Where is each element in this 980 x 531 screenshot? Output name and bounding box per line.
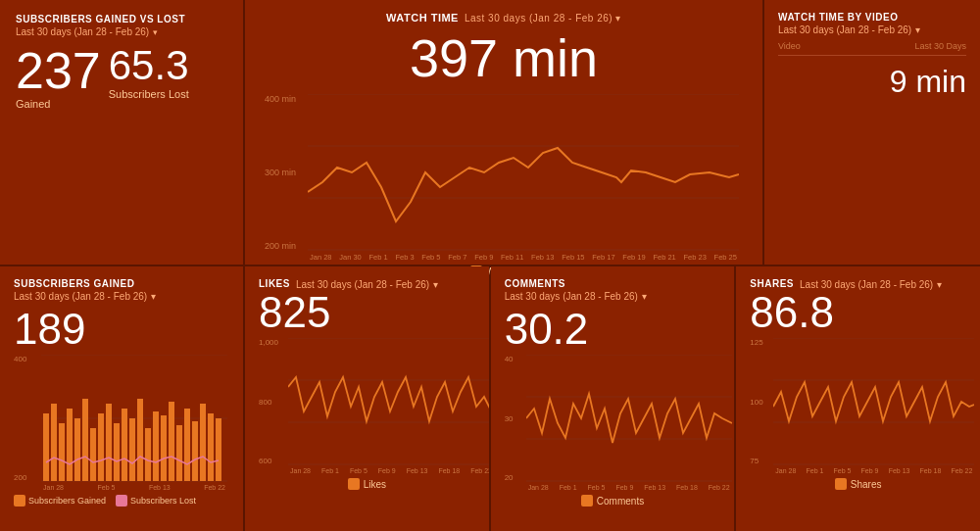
svg-rect-13	[90, 428, 96, 481]
comments-value: 30.2	[505, 308, 721, 351]
lost-value: 65.3	[109, 45, 189, 86]
subscribers-gained-title: SUBSCRIBERS GAINED	[14, 278, 229, 289]
svg-rect-10	[67, 409, 73, 481]
subscribers-vs-lost-title: SUBSCRIBERS GAINED VS LOST	[16, 14, 227, 24]
subs-y-axis: 400 200	[14, 355, 26, 482]
subs-gained-legend-icon	[14, 495, 25, 507]
comments-x-axis: Jan 28 Feb 1 Feb 5 Feb 9 Feb 13 Feb 18 F…	[526, 484, 732, 491]
likes-y-axis: 1,000 800 600	[259, 338, 278, 465]
shares-legend-icon	[835, 478, 847, 490]
svg-rect-29	[216, 418, 221, 481]
svg-rect-20	[145, 428, 151, 481]
watch-time-header: WATCH TIME Last 30 days (Jan 28 - Feb 26…	[265, 12, 743, 24]
shares-panel: SHARES Last 30 days (Jan 28 - Feb 26) ▾ …	[736, 266, 980, 531]
subs-legend: Subscribers Gained Subscribers Lost	[14, 495, 229, 507]
likes-legend: Likes	[259, 478, 475, 490]
svg-rect-24	[176, 425, 182, 481]
likes-chart: Jan 28 Feb 1 Feb 5 Feb 9 Feb 13 Feb 18 F…	[288, 338, 475, 474]
y-label-300: 300 min	[265, 168, 296, 177]
svg-rect-18	[129, 418, 135, 481]
svg-rect-25	[184, 409, 190, 481]
video-table: Video Last 30 Days	[778, 41, 966, 56]
svg-rect-7	[43, 413, 49, 481]
svg-rect-15	[106, 404, 112, 481]
bottom-panels: SUBSCRIBERS GAINED Last 30 days (Jan 28 …	[0, 266, 980, 531]
svg-rect-26	[192, 421, 198, 481]
dashboard: SUBSCRIBERS GAINED VS LOST Last 30 days …	[0, 0, 980, 531]
subs-lost-legend: Subscribers Lost	[116, 495, 196, 507]
svg-rect-19	[137, 399, 143, 481]
comments-panel: COMMENTS Last 30 days (Jan 28 - Feb 26) …	[491, 266, 735, 531]
comments-title: COMMENTS	[505, 278, 721, 289]
watch-by-video-title: WATCH TIME BY VIDEO	[778, 12, 966, 23]
comments-legend: Comments	[505, 495, 721, 507]
likes-legend-icon	[348, 478, 360, 490]
watch-time-value: 397 min	[265, 27, 743, 88]
subscribers-vs-lost-panel: SUBSCRIBERS GAINED VS LOST Last 30 days …	[0, 0, 243, 265]
subscribers-numbers: 237 Gained 65.3 Subscribers Lost	[16, 45, 227, 110]
shares-chart: Jan 28 Feb 1 Feb 5 Feb 9 Feb 13 Feb 18 F…	[773, 338, 966, 474]
svg-rect-16	[114, 423, 120, 481]
video-col-label: Video	[778, 41, 801, 51]
watch-by-video-panel: WATCH TIME BY VIDEO Last 30 days (Jan 28…	[764, 0, 980, 265]
subscribers-gained-value: 189	[14, 308, 229, 351]
shares-legend: Shares	[750, 478, 966, 490]
watch-by-video-date[interactable]: Last 30 days (Jan 28 - Feb 26) ▾	[778, 24, 966, 35]
subscribers-gained-chart-container: 400 200	[14, 355, 229, 491]
watch-time-panel: WATCH TIME Last 30 days (Jan 28 - Feb 26…	[245, 0, 762, 265]
likes-legend-label: Likes	[364, 479, 386, 490]
likes-x-axis: Jan 28 Feb 1 Feb 5 Feb 9 Feb 13 Feb 18 F…	[288, 467, 489, 474]
likes-chart-container: 1,000 800 600 Jan 28 Feb 1 F	[259, 338, 475, 474]
shares-x-axis: Jan 28 Feb 1 Feb 5 Feb 9 Feb 13 Feb 18 F…	[773, 467, 974, 474]
subs-chart: Jan 28 Feb 5 Feb 13 Feb 22	[41, 355, 229, 491]
subs-gained-legend: Subscribers Gained	[14, 495, 106, 507]
comments-legend-icon	[581, 495, 593, 507]
chevron-down-icon: ▾	[153, 27, 158, 37]
watch-time-chart-container: 400 min 300 min 200 min Jan 28 Jan 30	[265, 94, 743, 262]
subs-lost-legend-label: Subscribers Lost	[130, 496, 196, 506]
watch-time-title: WATCH TIME	[386, 12, 459, 24]
svg-rect-12	[82, 399, 88, 481]
lost-item: 65.3 Subscribers Lost	[109, 45, 189, 100]
gained-item: 237 Gained	[16, 45, 101, 110]
shares-chart-container: 125 100 75 Jan 28 Feb 1 Feb	[750, 338, 966, 474]
y-label-400: 400 min	[265, 94, 296, 104]
svg-rect-27	[200, 404, 206, 481]
svg-rect-22	[161, 415, 167, 481]
gained-label: Gained	[16, 98, 101, 110]
lost-label: Subscribers Lost	[109, 88, 189, 100]
comments-date[interactable]: Last 30 days (Jan 28 - Feb 26) ▾	[505, 291, 721, 302]
shares-legend-label: Shares	[851, 479, 882, 490]
subscribers-gained-date[interactable]: Last 30 days (Jan 28 - Feb 26) ▾	[14, 291, 229, 302]
subs-gained-legend-label: Subscribers Gained	[28, 496, 106, 506]
watch-by-video-value: 9 min	[778, 64, 966, 100]
days-col-label: Last 30 Days	[914, 41, 966, 51]
svg-rect-14	[98, 413, 104, 481]
y-axis: 400 min 300 min 200 min	[265, 94, 296, 251]
video-table-header: Video Last 30 Days	[778, 41, 966, 56]
svg-rect-21	[153, 411, 159, 481]
comments-chart-container: 40 30 20 Jan 28 Feb 1 Feb 5	[505, 355, 721, 491]
y-label-200: 200 min	[265, 241, 296, 251]
svg-rect-8	[51, 404, 57, 481]
gained-value: 237	[16, 45, 101, 96]
shares-value: 86.8	[750, 291, 966, 334]
likes-value: 825	[259, 291, 475, 334]
svg-rect-17	[122, 409, 127, 481]
comments-chart: Jan 28 Feb 1 Feb 5 Feb 9 Feb 13 Feb 18 F…	[526, 355, 721, 491]
watch-time-x-axis: Jan 28 Jan 30 Feb 1 Feb 3 Feb 5 Feb 7 Fe…	[308, 253, 739, 262]
subs-lost-legend-icon	[116, 495, 127, 507]
svg-rect-9	[59, 423, 65, 481]
svg-rect-23	[169, 402, 174, 481]
comments-legend-label: Comments	[597, 496, 644, 507]
subscribers-vs-lost-date[interactable]: Last 30 days (Jan 28 - Feb 26) ▾	[16, 26, 227, 37]
subs-y-max: 400	[14, 355, 26, 363]
svg-rect-28	[208, 413, 214, 481]
watch-time-chart: Jan 28 Jan 30 Feb 1 Feb 3 Feb 5 Feb 7 Fe…	[308, 94, 743, 262]
watch-time-date[interactable]: Last 30 days (Jan 28 - Feb 26) ▾	[465, 13, 621, 24]
subscribers-gained-panel: SUBSCRIBERS GAINED Last 30 days (Jan 28 …	[0, 266, 243, 531]
svg-rect-11	[74, 418, 80, 481]
likes-panel: LIKES Last 30 days (Jan 28 - Feb 26) ▾ 8…	[245, 266, 489, 531]
subs-y-mid: 200	[14, 473, 26, 482]
comments-y-axis: 40 30 20	[505, 355, 514, 482]
